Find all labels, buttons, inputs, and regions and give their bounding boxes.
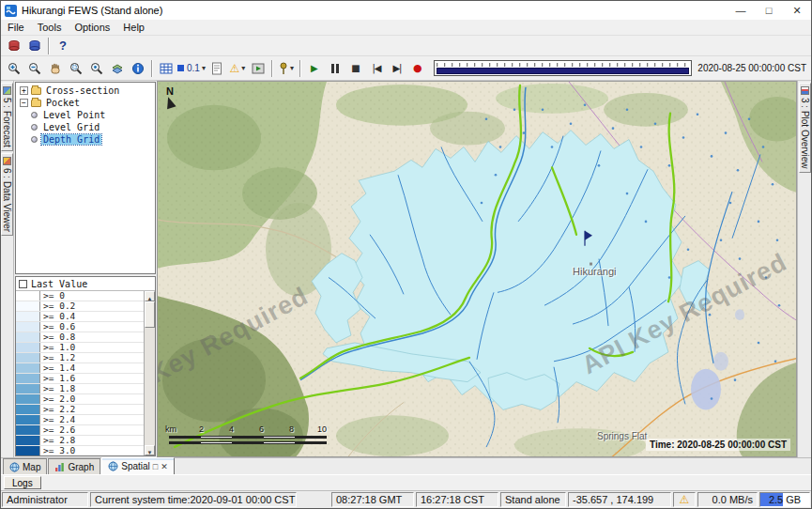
tree-label: Level Grid — [41, 122, 101, 132]
legend-label: >= 1.2 — [40, 353, 144, 362]
scroll-down-button[interactable] — [145, 445, 155, 455]
zoom-extent-icon — [90, 62, 103, 75]
zoom-out-button[interactable] — [24, 59, 45, 78]
zoom-box-button[interactable] — [66, 59, 86, 78]
legend-swatch — [16, 374, 40, 383]
legend-swatch — [16, 353, 40, 362]
tree-item-level-grid[interactable]: Level Grid — [16, 121, 155, 133]
status-spacer — [299, 492, 329, 507]
last-value-checkbox[interactable] — [19, 280, 27, 288]
tab-map[interactable]: Map — [3, 458, 47, 474]
tree-item-cross-section[interactable]: Cross-section — [16, 85, 155, 97]
status-mode: Stand alone — [500, 492, 566, 507]
animation-export-button[interactable] — [248, 59, 268, 78]
legend-row: >= 2.0 — [16, 394, 144, 405]
timeline-slider[interactable] — [434, 60, 692, 76]
maximize-button[interactable]: □ — [755, 1, 783, 20]
scroll-thumb[interactable] — [145, 301, 155, 328]
status-warning[interactable] — [673, 492, 696, 507]
tab-graph[interactable]: Graph — [48, 458, 100, 474]
expand-icon[interactable] — [20, 86, 28, 95]
north-arrow: N — [165, 85, 175, 108]
play-button[interactable] — [304, 59, 325, 78]
place-label-springs-flat: Springs Flat — [597, 431, 647, 441]
tab-forecast[interactable]: 5 : Forecast — [1, 83, 13, 151]
legend-scrollbar[interactable] — [144, 291, 155, 455]
legend-swatch — [16, 343, 40, 352]
legend-row: >= 0 — [16, 291, 144, 301]
timeline-bar[interactable] — [437, 68, 689, 74]
grid-display-button[interactable] — [156, 59, 176, 78]
legend-swatch — [16, 332, 40, 342]
zoom-extent-button[interactable] — [86, 59, 107, 78]
info-button[interactable] — [128, 59, 148, 78]
tab-data-viewer[interactable]: 6 : Data Viewer — [1, 153, 13, 236]
pin-icon — [279, 62, 288, 75]
zoom-out-icon — [28, 62, 41, 75]
menu-help[interactable]: Help — [116, 21, 151, 34]
left-tab-strip: 5 : Forecast 6 : Data Viewer — [1, 81, 14, 457]
legend-row: >= 0.4 — [16, 312, 144, 322]
import-database-button[interactable] — [4, 37, 24, 55]
scale-bar-segments — [169, 436, 327, 439]
scale-bar-segments — [169, 441, 327, 444]
pan-button[interactable] — [45, 59, 66, 78]
help-button[interactable]: ? — [53, 37, 73, 55]
tree-item-pocket[interactable]: Pocket — [16, 97, 155, 109]
scroll-up-button[interactable] — [145, 291, 155, 301]
measure-tool-dropdown[interactable] — [276, 59, 297, 78]
scale-value: 0.1 — [187, 63, 200, 73]
legend-label: >= 0.4 — [40, 312, 144, 321]
legend-table: >= 0 >= 0.2 >= 0.4 >= 0.6 >= 0.8 >= 1.0 … — [16, 291, 155, 455]
map-time-label: Time: 2020-08-25 00:00:00 CST — [646, 439, 790, 451]
grid-icon — [160, 63, 173, 74]
minimize-button[interactable]: — — [727, 1, 755, 20]
menu-tools[interactable]: Tools — [31, 21, 69, 34]
warning-threshold-dropdown[interactable] — [227, 59, 248, 78]
database-blue-icon — [28, 39, 41, 53]
close-tab-icon[interactable] — [161, 461, 168, 471]
close-button[interactable]: ✕ — [783, 1, 811, 20]
tab-map-label: Map — [23, 462, 40, 472]
record-button[interactable] — [407, 59, 428, 78]
step-back-icon — [372, 64, 380, 73]
tab-plot-overview[interactable]: 3 : Plot Overview — [799, 83, 811, 173]
warning-icon — [680, 494, 690, 505]
map-toolbar: 0.1 — [1, 56, 811, 81]
menu-file[interactable]: File — [1, 21, 31, 34]
legend-label: >= 2.8 — [40, 436, 144, 445]
bottom-tab-bar: Map Graph Spatial — [1, 457, 811, 474]
legend-swatch — [16, 405, 40, 414]
collapse-icon[interactable] — [20, 99, 28, 107]
legend-swatch — [16, 446, 40, 455]
float-panel-icon[interactable] — [153, 461, 158, 471]
tree-item-level-point[interactable]: Level Point — [16, 109, 155, 121]
stop-button[interactable] — [345, 59, 366, 78]
status-local-time: 16:27:18 CST — [416, 492, 498, 507]
layers-button[interactable] — [107, 59, 128, 78]
tree-label: Pocket — [44, 98, 82, 108]
logs-button[interactable]: Logs — [4, 476, 41, 489]
export-database-button[interactable] — [24, 37, 45, 55]
grid-scale-dropdown[interactable]: 0.1 — [176, 59, 207, 78]
profile-document-button[interactable] — [207, 59, 227, 78]
step-back-button[interactable] — [366, 59, 387, 78]
legend-rows: >= 0 >= 0.2 >= 0.4 >= 0.6 >= 0.8 >= 1.0 … — [16, 291, 144, 455]
step-forward-button[interactable] — [387, 59, 407, 78]
legend-row: >= 1.6 — [16, 374, 144, 384]
legend-row: >= 1.0 — [16, 343, 144, 353]
node-icon — [31, 136, 38, 143]
tab-spatial[interactable]: Spatial — [101, 457, 175, 474]
legend-row: >= 0.6 — [16, 322, 144, 332]
legend-label: >= 2.2 — [40, 405, 144, 414]
window-titlebar[interactable]: Hikurangi FEWS (Stand alone) — □ ✕ — [1, 1, 811, 20]
menu-options[interactable]: Options — [68, 21, 116, 34]
pause-button[interactable] — [325, 59, 345, 78]
map-canvas[interactable]: N API Key Required API Key Required Hiku… — [157, 81, 797, 457]
legend-row: >= 0.2 — [16, 301, 144, 312]
zoom-in-button[interactable] — [4, 59, 24, 78]
status-network-rate: 0.0 MB/s — [697, 492, 758, 507]
legend-row: >= 2.6 — [16, 425, 144, 436]
tree-item-depth-grid[interactable]: Depth Grid — [16, 133, 155, 146]
toolbar-separator — [299, 60, 301, 77]
